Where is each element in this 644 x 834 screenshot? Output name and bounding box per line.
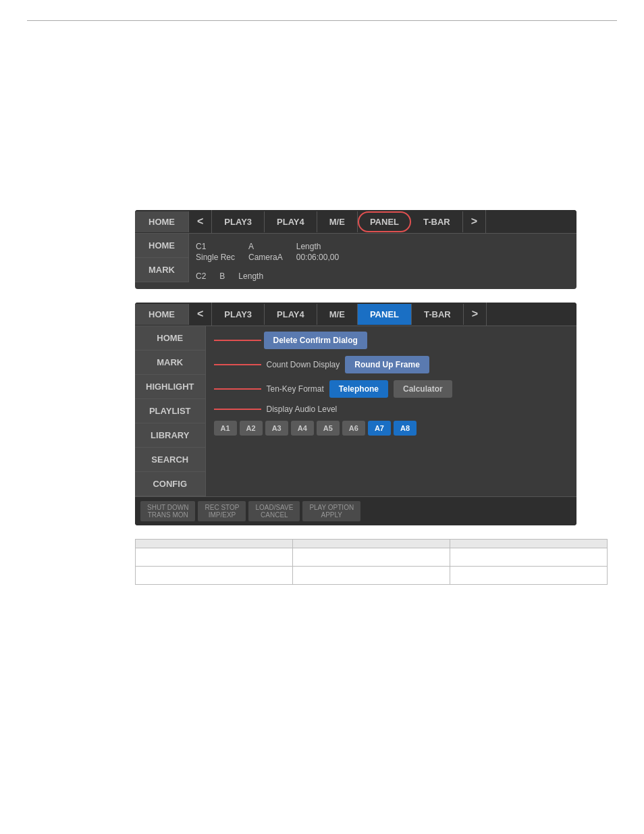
delete-confirm-row: Delete Confirm Dialog <box>214 332 569 349</box>
audio-btn-a2[interactable]: A2 <box>240 421 263 436</box>
rec-row-2: C2 B Length <box>196 269 570 284</box>
nav-panel-1[interactable]: PANEL <box>358 211 411 232</box>
btn-line1-shutdown: SHUT DOWN <box>147 504 188 511</box>
sidebar-mark-2[interactable]: MARK <box>135 350 206 375</box>
red-line-delete <box>214 340 261 341</box>
rec-length-value: 00:06:00,00 <box>296 253 339 262</box>
audio-buttons-row: A1 A2 A3 A4 A5 A6 A7 A8 <box>214 421 569 436</box>
rec-row-1: C1 Single Rec A CameraA Length 00:06:00,… <box>196 239 570 265</box>
sidebar-home-2[interactable]: HOME <box>135 326 206 350</box>
nav-arrow-left-2[interactable]: < <box>189 303 212 325</box>
nav-play3-1[interactable]: PLAY3 <box>212 211 265 232</box>
rec-b: B <box>219 271 225 281</box>
telephone-btn[interactable]: Telephone <box>329 380 388 398</box>
bottom-buttons-row: SHUT DOWN TRANS MON REC STOP IMP/EXP LOA… <box>135 496 576 525</box>
rec-col-3: Length 00:06:00,00 <box>296 242 339 262</box>
table-row <box>136 548 608 567</box>
nav-me-2[interactable]: M/E <box>317 304 358 325</box>
nav-play4-1[interactable]: PLAY4 <box>265 211 317 232</box>
sidebar-highlight-2[interactable]: HIGHLIGHT <box>135 375 206 399</box>
table-header-1 <box>136 540 293 548</box>
sidebar-home-1[interactable]: HOME <box>135 234 189 258</box>
panel-2-content: Delete Confirm Dialog Count Down Display… <box>206 326 577 496</box>
audio-btn-a1[interactable]: A1 <box>214 421 237 436</box>
btn-line2-impexp: IMP/EXP <box>205 511 239 519</box>
top-divider <box>27 20 617 21</box>
table-cell-2-2 <box>293 567 450 585</box>
countdown-label: Count Down Display <box>267 360 340 369</box>
sidebar-mark-1[interactable]: MARK <box>135 258 189 282</box>
panel-1-body: HOME MARK C1 Single Rec A CameraA <box>135 234 576 289</box>
rec-a: A <box>248 242 283 251</box>
btn-line2-transmon: TRANS MON <box>147 511 188 519</box>
table-cell-1-2 <box>293 548 450 567</box>
nav-me-1[interactable]: M/E <box>317 211 358 232</box>
rec-c2: C2 <box>196 271 206 281</box>
nav-arrow-left-1[interactable]: < <box>189 210 212 233</box>
panel-1-nav: HOME < PLAY3 PLAY4 M/E PANEL T-BAR > <box>135 210 576 234</box>
countdown-row: Count Down Display Round Up Frame <box>214 356 569 373</box>
nav-panel-2[interactable]: PANEL <box>358 304 412 325</box>
table-cell-1-1 <box>136 548 293 567</box>
nav-arrow-right-2[interactable]: > <box>464 303 487 325</box>
btn-line1-playoption: PLAY OPTION <box>309 504 354 511</box>
panel-1-sidebar: HOME MARK <box>135 234 189 289</box>
audio-level-label: Display Audio Level <box>267 405 338 414</box>
btn-line1-recstop: REC STOP <box>205 504 239 511</box>
sidebar-playlist-2[interactable]: PLAYLIST <box>135 399 206 423</box>
loadsave-cancel-btn[interactable]: LOAD/SAVE CANCEL <box>248 501 300 521</box>
audio-btn-a7[interactable]: A7 <box>368 421 391 436</box>
recstop-impexp-btn[interactable]: REC STOP IMP/EXP <box>198 501 246 521</box>
nav-play4-2[interactable]: PLAY4 <box>265 304 317 325</box>
nav-arrow-right-1[interactable]: > <box>463 210 486 233</box>
table-cell-2-1 <box>136 567 293 585</box>
table-row <box>136 567 608 585</box>
table-header-2 <box>293 540 450 548</box>
btn-line2-apply: APPLY <box>309 511 354 519</box>
nav-tbar-2[interactable]: T-BAR <box>412 304 464 325</box>
red-line-audio <box>214 409 261 410</box>
tenkey-row: Ten-Key Format Telephone Calculator <box>214 380 569 398</box>
calculator-btn[interactable]: Calculator <box>394 380 452 398</box>
rec-c1: C1 <box>196 242 235 251</box>
table-header-3 <box>450 540 608 548</box>
audio-btn-a3[interactable]: A3 <box>265 421 288 436</box>
audio-btn-a5[interactable]: A5 <box>317 421 340 436</box>
panel-2-sidebar: HOME MARK HIGHLIGHT PLAYLIST LIBRARY SEA… <box>135 326 206 496</box>
panel-1: HOME < PLAY3 PLAY4 M/E PANEL T-BAR > HOM… <box>135 210 576 289</box>
table-cell-1-3 <box>450 548 608 567</box>
sidebar-config-2[interactable]: CONFIG <box>135 472 206 496</box>
red-line-countdown <box>214 364 261 365</box>
nav-home-1[interactable]: HOME <box>135 211 189 232</box>
rec-col-1: C1 Single Rec <box>196 242 235 262</box>
info-table <box>135 539 608 585</box>
btn-line2-cancel: CANCEL <box>255 511 293 519</box>
panel-2-nav: HOME < PLAY3 PLAY4 M/E PANEL T-BAR > <box>135 303 576 326</box>
rec-single-rec: Single Rec <box>196 253 235 262</box>
panel-1-content: C1 Single Rec A CameraA Length 00:06:00,… <box>189 234 576 289</box>
playoption-apply-btn[interactable]: PLAY OPTION APPLY <box>302 501 360 521</box>
audio-btn-a8[interactable]: A8 <box>394 421 417 436</box>
rec-length-label: Length <box>296 242 339 251</box>
shutdown-transmon-btn[interactable]: SHUT DOWN TRANS MON <box>140 501 195 521</box>
nav-home-2[interactable]: HOME <box>135 304 189 325</box>
panel-2-body: HOME MARK HIGHLIGHT PLAYLIST LIBRARY SEA… <box>135 326 576 496</box>
rec-length-2: Length <box>238 271 263 281</box>
panel-2: HOME < PLAY3 PLAY4 M/E PANEL T-BAR > HOM… <box>135 303 576 525</box>
rec-camera-a: CameraA <box>248 253 283 262</box>
tenkey-label: Ten-Key Format <box>267 384 324 394</box>
sidebar-library-2[interactable]: LIBRARY <box>135 423 206 448</box>
nav-play3-2[interactable]: PLAY3 <box>212 304 265 325</box>
delete-confirm-btn[interactable]: Delete Confirm Dialog <box>264 332 367 349</box>
btn-line1-loadsave: LOAD/SAVE <box>255 504 293 511</box>
sidebar-search-2[interactable]: SEARCH <box>135 448 206 472</box>
round-up-frame-btn[interactable]: Round Up Frame <box>345 356 429 373</box>
audio-level-row: Display Audio Level <box>214 405 569 414</box>
table-cell-2-3 <box>450 567 608 585</box>
audio-btn-a4[interactable]: A4 <box>291 421 314 436</box>
red-line-tenkey <box>214 388 261 390</box>
rec-col-2: A CameraA <box>248 242 283 262</box>
audio-btn-a6[interactable]: A6 <box>342 421 365 436</box>
nav-tbar-1[interactable]: T-BAR <box>411 211 463 232</box>
